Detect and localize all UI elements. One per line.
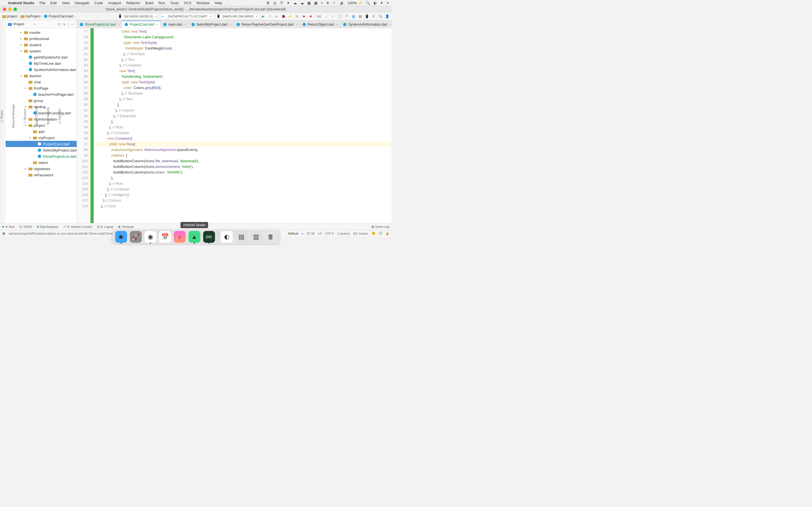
menubar-status-icon[interactable]: ▦ [307,1,311,5]
menubar-status-icon[interactable]: 🔊 [340,1,344,5]
line-number[interactable]: 89 [77,96,88,102]
tree-item[interactable]: myInformation [6,116,77,122]
code-line[interactable]: new Container( [95,136,392,142]
menu-file[interactable]: File [40,1,45,5]
line-number[interactable]: 95 [77,130,88,136]
editor-tab[interactable]: ReturnObject.dart× [300,20,341,28]
left-rail-item[interactable]: 1: Project [0,109,3,123]
line-number[interactable]: 92 [77,113,88,119]
menu-build[interactable]: Build [145,1,153,5]
dock-app-app3[interactable]: ▥ [250,231,262,243]
tree-arrow-icon[interactable]: ▸ [19,37,22,40]
tree-arrow-icon[interactable]: ▸ [24,167,27,170]
debug-run-icon[interactable]: ▶ [274,14,279,18]
dock-app-app2[interactable]: ▤ [236,231,247,243]
battery-status[interactable]: 100% ⚡ [348,1,363,5]
left-rail-item[interactable]: 7: Structure [23,108,27,124]
tree-item[interactable]: ▸professional [6,36,77,42]
line-number[interactable]: 88 [77,91,88,96]
menubar-status-icon[interactable]: ᯤ [333,1,336,5]
tree-item[interactable]: ▸student [6,42,77,48]
code-line[interactable]: ), // Row [95,124,392,130]
hide-icon[interactable]: — [71,22,74,26]
tree-item[interactable]: rePassword [6,172,77,178]
git-history-icon[interactable]: 🕓 [338,14,342,18]
dock-app-dg[interactable]: DG [203,231,215,243]
todo-tool[interactable]: ▤ TODO [19,225,32,228]
code-line[interactable]: ), // Container [95,130,392,136]
tree-item[interactable]: group [6,98,77,104]
menubar-status-icon[interactable]: ☁ [293,1,297,5]
menu-view[interactable]: View [62,1,70,5]
left-rail-item[interactable]: Build Variants [47,107,50,126]
line-number[interactable]: 91 [77,108,88,113]
device-selector[interactable]: 📱SM N9500 (MOBILE) [117,13,159,19]
indent[interactable]: 2 spaces [337,232,350,235]
code-line[interactable]: child: new Text( [95,29,392,34]
search-icon[interactable]: 🔍 [378,14,383,18]
editor-tab[interactable]: ShowProjectList.dart× [77,20,122,28]
tree-item[interactable]: SystemAdInformation.dart [6,66,77,73]
line-ending[interactable]: LF [318,232,322,235]
tree-item[interactable]: teacherFirstPage.dart [6,91,77,98]
editor-tab[interactable]: SelectMyProject.dart× [189,20,234,28]
left-rail-item[interactable]: Layout Captures [35,105,38,127]
tree-item[interactable]: ▾system [6,48,77,54]
code-editor[interactable]: 7778798081828384858687888990919293949596… [77,28,392,223]
tree-arrow-icon[interactable]: ▾ [19,50,22,52]
stop-button[interactable]: ■ [302,14,306,18]
menu-code[interactable]: Code [94,1,103,5]
close-tab-icon[interactable]: × [230,23,231,26]
code-line[interactable]: ), // Container [95,186,392,192]
line-number[interactable]: 99 [77,153,88,158]
logcat-tool[interactable]: ▤ 6: Logcat [97,225,113,228]
encoding[interactable]: UTF-8 [325,232,334,235]
code-line[interactable]: ), // Text [95,96,392,102]
menubar-status-icon[interactable]: ⚙ [266,1,270,5]
dock-app-app1[interactable]: ◐ [221,231,233,243]
run-config-selector[interactable]: ▸SHOWPROJECTLIST.DART [161,13,213,19]
code-line[interactable]: ) // Column [95,198,392,203]
line-number[interactable]: 78 [77,34,88,40]
left-rail-item[interactable]: Resource Manager [12,103,15,129]
stop-button-alt[interactable]: ■ [308,14,313,18]
dock-app-music[interactable]: ♪ [174,231,186,243]
code-line[interactable]: style: new TextStyle( [95,40,392,46]
menubar-extra-icon[interactable]: ◐ [373,1,377,5]
line-number[interactable]: 100 [77,158,88,164]
code-line[interactable]: 'Kandersteg, Switzerland', [95,74,392,79]
code-line[interactable]: ), // Expanded [95,113,392,119]
deploy-target-selector[interactable]: 📱SAMSUNG SM-N9500 [215,13,259,19]
collapse-icon[interactable]: ⁝ [68,22,69,26]
code-line[interactable]: color: Colors.grey[500], [95,85,392,91]
breadcrumb-item[interactable]: project [2,14,17,18]
line-number[interactable]: 87 [77,85,88,91]
line-number[interactable]: 83 [77,62,88,68]
grid2-icon[interactable]: ▦ [358,14,362,18]
tree-item[interactable]: ▾firstPage [6,85,77,91]
dock-app-finder[interactable]: ☻ [115,231,127,243]
code-line[interactable]: ], // <Widget>[] [95,192,392,198]
line-number[interactable]: 97 [77,142,88,147]
locate-icon[interactable]: ⊙ [57,22,60,26]
close-tab-icon[interactable]: × [185,23,186,26]
app-name[interactable]: Android Studio [8,1,35,5]
tree-item[interactable]: ▸registered [6,166,77,172]
menu-run[interactable]: Run [158,1,165,5]
code-line[interactable]: ), // Row [95,181,392,186]
line-number[interactable]: 104 [77,181,88,186]
github-status[interactable]: GitHub [288,232,298,235]
tree-item[interactable]: ShowProjectList.dart [6,153,77,159]
tree-item[interactable]: ▾project [6,122,77,128]
menubar-status-icon[interactable]: ☁ [300,1,304,5]
menubar-status-icon[interactable]: ⋔ [326,1,329,5]
code-line[interactable]: child: new Row( [95,142,392,147]
debug-button[interactable]: 🐞 [282,14,286,18]
profile-icon[interactable]: ⚡ [288,14,293,18]
line-number[interactable]: 106 [77,192,88,198]
line-number[interactable]: 96 [77,136,88,142]
breadcrumb-item[interactable]: PorjectCard.dart [44,14,73,18]
menubar-extra-icon[interactable]: ✦ [380,1,383,5]
menubar-extra-icon[interactable]: ≡ [387,1,389,5]
line-number[interactable]: 107 [77,198,88,203]
